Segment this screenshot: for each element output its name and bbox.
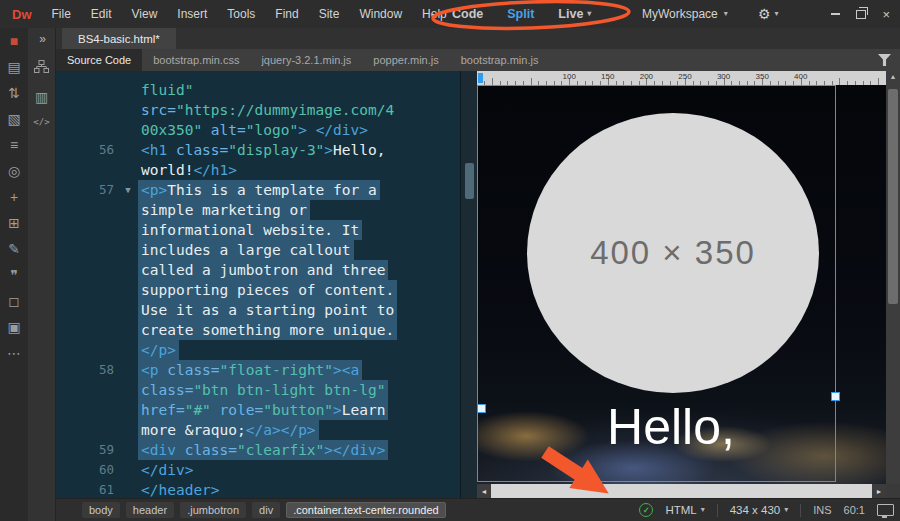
code-line[interactable]: class="btn btn-light btn-lg" <box>56 380 460 400</box>
code-line[interactable]: Use it as a starting point to <box>56 300 460 320</box>
window-controls: × <box>831 0 890 28</box>
code-text: <p>This is a template for a <box>138 180 380 200</box>
layers-icon[interactable]: ▣ <box>7 320 20 335</box>
ruler-label: 400 <box>794 72 807 81</box>
fold-toggle-icon <box>118 260 138 280</box>
menu-view[interactable]: View <box>122 7 168 21</box>
css-designer-panel-icon[interactable]: ▥ <box>35 90 48 104</box>
code-line[interactable]: create something more unique. <box>56 320 460 340</box>
scrollbar-thumb[interactable] <box>888 89 898 304</box>
code-line[interactable]: fluid" <box>56 80 460 100</box>
menu-window[interactable]: Window <box>349 7 412 21</box>
code-text: simple marketing or <box>138 200 310 220</box>
window-size-dropdown[interactable]: 434 x 430 ▾ <box>730 504 789 516</box>
code-line[interactable]: 57▼<p>This is a template for a <box>56 180 460 200</box>
line-number <box>56 280 118 300</box>
code-line[interactable]: 59<div class="clearfix"></div> <box>56 440 460 460</box>
menu-help[interactable]: Help <box>412 7 457 21</box>
code-line[interactable]: more &raquo;</a></p> <box>56 420 460 440</box>
view-mode-live[interactable]: Live▾ <box>558 7 591 21</box>
related-file[interactable]: popper.min.js <box>362 49 449 71</box>
lines-icon[interactable]: ≡ <box>10 138 18 153</box>
related-file[interactable]: jquery-3.2.1.min.js <box>250 49 362 71</box>
line-number <box>56 240 118 260</box>
code-line[interactable]: href="#" role="button">Learn <box>56 400 460 420</box>
menu-file[interactable]: File <box>42 7 81 21</box>
code-line[interactable]: includes a large callout <box>56 240 460 260</box>
code-editor-scrollbar[interactable] <box>460 71 477 498</box>
insert-panel-icon[interactable]: ■ <box>10 34 18 49</box>
view-mode-code[interactable]: Code <box>452 7 483 21</box>
code-line[interactable]: 61</header> <box>56 480 460 498</box>
line-number: 61 <box>56 480 118 498</box>
fold-toggle-icon <box>118 440 138 460</box>
code-line[interactable]: </p> <box>56 340 460 360</box>
fold-toggle-icon <box>118 420 138 440</box>
live-view-vscrollbar[interactable]: ▲ <box>886 71 900 484</box>
code-line[interactable]: supporting pieces of content. <box>56 280 460 300</box>
ruler-label: 350 <box>756 72 769 81</box>
workspace-switcher[interactable]: MyWorkspace ▾ <box>642 0 728 28</box>
sort-icon[interactable]: ⇅ <box>8 86 20 101</box>
close-icon[interactable]: × <box>882 8 890 21</box>
line-number <box>56 220 118 240</box>
code-line[interactable]: world!</h1> <box>56 160 460 180</box>
scroll-left-icon[interactable]: ◄ <box>477 484 491 498</box>
code-line[interactable]: 56<h1 class="display-3">Hello, <box>56 140 460 160</box>
image-icon[interactable]: ▧ <box>7 112 20 127</box>
move-icon[interactable]: + <box>10 190 18 205</box>
code-text: world!</h1> <box>138 160 240 180</box>
quote-icon[interactable]: ❞ <box>10 268 18 283</box>
tag-selector[interactable]: body <box>82 502 120 518</box>
restore-icon[interactable] <box>856 10 866 19</box>
doctype-label: HTML <box>665 504 696 516</box>
menu-find[interactable]: Find <box>265 7 308 21</box>
pen-icon[interactable]: ✎ <box>8 242 20 257</box>
tag-selector[interactable]: .jumbotron <box>180 502 246 518</box>
related-file[interactable]: bootstrap.min.css <box>142 49 250 71</box>
code-line[interactable]: 60</div> <box>56 460 460 480</box>
live-view-canvas[interactable]: 400 × 350 Hello, <box>477 85 886 484</box>
scrollbar-thumb[interactable] <box>465 163 474 199</box>
live-view-hscrollbar[interactable]: ◄ ► <box>477 484 886 498</box>
doctype-dropdown[interactable]: HTML ▾ <box>665 504 704 516</box>
menu-insert[interactable]: Insert <box>167 7 217 21</box>
scroll-right-icon[interactable]: ► <box>872 484 886 498</box>
code-line[interactable]: 58<p class="float-right"><a <box>56 360 460 380</box>
menu-site[interactable]: Site <box>309 7 350 21</box>
resize-handle-left[interactable] <box>477 404 486 413</box>
code-line[interactable]: simple marketing or <box>56 200 460 220</box>
related-file[interactable]: Source Code <box>56 49 142 71</box>
workspace-label: MyWorkspace <box>642 7 718 21</box>
settings-menu[interactable]: ⚙ ▾ <box>758 0 779 28</box>
code-line[interactable]: src="https://dummyimage.com/4 <box>56 100 460 120</box>
ruler-label: 200 <box>640 72 653 81</box>
table-icon[interactable]: ⊞ <box>8 216 20 231</box>
target-icon[interactable]: ◎ <box>8 164 20 179</box>
view-mode-split[interactable]: Split <box>507 7 534 21</box>
line-number <box>56 380 118 400</box>
scroll-up-icon[interactable]: ▲ <box>886 73 900 80</box>
lint-ok-icon[interactable]: ✓ <box>639 503 653 517</box>
files-panel-icon[interactable] <box>34 59 49 77</box>
code-line[interactable]: informational website. It <box>56 220 460 240</box>
minimize-icon[interactable] <box>831 13 840 15</box>
device-preview-icon[interactable] <box>877 504 894 516</box>
menu-tools[interactable]: Tools <box>217 7 265 21</box>
document-tab[interactable]: BS4-basic.html* <box>62 28 176 49</box>
comment-icon[interactable]: ◻ <box>8 294 20 309</box>
menu-edit[interactable]: Edit <box>81 7 122 21</box>
code-editor[interactable]: fluid"src="https://dummyimage.com/400x35… <box>56 71 460 498</box>
tag-selector[interactable]: header <box>126 502 174 518</box>
tag-selector[interactable]: div <box>252 502 280 518</box>
expand-panels-icon[interactable]: » <box>39 32 44 46</box>
tag-selector[interactable]: .container.text-center.rounded <box>286 502 446 518</box>
resize-handle-right[interactable] <box>831 392 840 401</box>
code-line[interactable]: 00x350" alt="logo"> </div> <box>56 120 460 140</box>
more-icon[interactable]: ⋯ <box>7 346 21 361</box>
snippets-panel-icon[interactable]: </> <box>33 117 49 127</box>
fold-toggle-icon[interactable]: ▼ <box>118 180 138 200</box>
related-file[interactable]: bootstrap.min.js <box>450 49 550 71</box>
code-line[interactable]: called a jumbotron and three <box>56 260 460 280</box>
file-icon[interactable]: ▤ <box>7 60 20 75</box>
